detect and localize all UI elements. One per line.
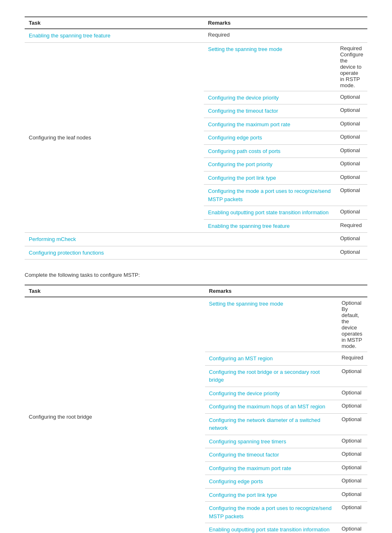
remark-text: Optional [341,368,361,374]
task-link[interactable]: Configuring the device priority [209,390,280,396]
task-cell: Configuring the timeout factor [204,104,336,118]
remark-cell: Optional [336,185,367,206]
task-link[interactable]: Configuring edge ports [209,478,263,484]
task-cell: Configuring spanning tree timers [205,435,338,448]
task-cell: Configuring the maximum port rate [205,461,338,475]
task-link[interactable]: Configuring the device priority [208,95,279,101]
table-row: Enabling the spanning tree feature Requi… [25,29,367,42]
remark-text: Optional [340,249,360,255]
task-cell: Configuring the port link type [205,488,338,502]
task-cell: Configuring the device priority [205,387,338,400]
remark-cell: Optional [337,387,367,400]
task-link[interactable]: Setting the spanning tree mode [208,46,282,52]
rstp-table: Task Remarks Enabling the spanning tree … [25,16,367,260]
remark-text: Optional [340,209,360,215]
task-header: Task [25,285,205,297]
task-link[interactable]: Enabling the spanning tree feature [29,32,111,39]
task-cell-full: Performing mCheck [25,233,336,246]
remarks-header: Remarks [204,17,336,29]
task-link[interactable]: Configuring edge ports [208,134,262,141]
table-row: Configuring the root bridge Setting the … [25,297,367,352]
remark-text: Optional [340,107,360,113]
remark-text: Optional [340,134,360,140]
task-cell: Configuring the mode a port uses to reco… [204,185,336,206]
task-link[interactable]: Configuring protection functions [29,250,104,256]
task-link[interactable]: Configuring path costs of ports [208,148,280,154]
remark-cell: Optional [336,206,367,220]
task-link[interactable]: Configuring the maximum port rate [209,465,291,471]
task-cell: Configuring the device priority [204,91,336,104]
remark-text: Optional [341,526,361,532]
task-cell: Setting the spanning tree mode [205,297,338,352]
task-cell: Enabling outputting port state transitio… [205,523,338,533]
task-link[interactable]: Performing mCheck [29,236,76,242]
task-cell: Configuring the port link type [204,171,336,185]
task-link[interactable]: Configuring the port link type [208,175,276,181]
remark-cell: Optional [336,246,367,260]
task-cell: Enabling the spanning tree feature [25,29,204,42]
table-row: Configuring protection functions Optiona… [25,246,367,260]
remark-text: Optional [340,147,360,153]
task-link[interactable]: Configuring the port priority [208,161,272,167]
task-link[interactable]: Enabling outputting port state transitio… [208,209,328,216]
remark-cell: Optional [336,104,367,118]
remark-text: Optional [341,451,361,457]
remark-text: Optional [340,160,360,167]
remark-text: Optional [341,389,361,396]
remark-cell: Optional [336,158,367,171]
remark-text: Optional [341,403,361,409]
remark-text: Required [340,222,362,228]
task-link[interactable]: Configuring the root bridge or a seconda… [209,369,320,383]
remarks-header: Remarks [205,285,338,297]
remark-cell: Optional [336,118,367,131]
section-label: Configuring the leaf nodes [25,42,204,233]
remark-cell: Optional [336,171,367,185]
task-cell: Configuring the network diameter of a sw… [205,413,338,435]
task-cell: Configuring the root bridge or a seconda… [205,365,338,387]
task-cell: Configuring an MST region [205,352,338,366]
remark-text: Optional [341,491,361,497]
remark-cell: Optional [337,413,367,435]
remark-text: Optional [340,121,360,127]
remark-cell: Optional [336,131,367,145]
remark-text: RequiredConfigure the device to operate … [340,45,363,88]
task-link[interactable]: Configuring spanning tree timers [209,438,286,445]
task-cell: Configuring the timeout factor [205,448,338,462]
task-cell: Configuring edge ports [205,475,338,489]
mstp-intro: Complete the following tasks to configur… [25,272,367,278]
remark-text: Required [341,355,363,361]
task-link[interactable]: Setting the spanning tree mode [209,301,284,307]
task-cell: Configuring path costs of ports [204,144,336,158]
remark-text: Optional [341,416,361,422]
task-link[interactable]: Configuring the mode a port uses to reco… [209,505,332,519]
remark-text: Optional [340,94,360,100]
remark-cell: Optional [336,233,367,246]
remark-cell: Optional [337,523,367,533]
task-link[interactable]: Enabling the spanning tree feature [208,223,290,229]
remark-text: Optional [340,187,360,193]
task-link[interactable]: Configuring the mode a port uses to reco… [208,188,330,202]
remark-cell: Optional [337,365,367,387]
remark-cell: Required [336,219,367,233]
task-link[interactable]: Configuring the network diameter of a sw… [209,417,321,431]
task-link[interactable]: Configuring the timeout factor [209,452,279,458]
remark-text: Optional [341,504,361,510]
remark-cell: RequiredConfigure the device to operate … [336,42,367,91]
task-link[interactable]: Configuring the port link type [209,492,277,498]
task-link[interactable]: Enabling outputting port state transitio… [209,526,330,533]
task-link[interactable]: Configuring the maximum port rate [208,121,290,127]
remark-cell: Optional [336,91,367,104]
remark-cell: Optional [337,488,367,502]
section-label: Configuring the root bridge [25,297,205,533]
table-row: Configuring the leaf nodes Setting the s… [25,42,367,91]
table-row: Performing mCheck Optional [25,233,367,246]
task-link[interactable]: Configuring the timeout factor [208,108,278,114]
remark-cell: Optional [337,435,367,448]
task-cell: Configuring the mode a port uses to reco… [205,502,338,523]
task-link[interactable]: Configuring the maximum hops of an MST r… [209,403,325,410]
task-cell: Configuring the port priority [204,158,336,171]
task-header: Task [25,17,204,29]
remark-cell: Optional [337,400,367,414]
task-link[interactable]: Configuring an MST region [209,355,273,362]
remark-cell: Optional [336,144,367,158]
